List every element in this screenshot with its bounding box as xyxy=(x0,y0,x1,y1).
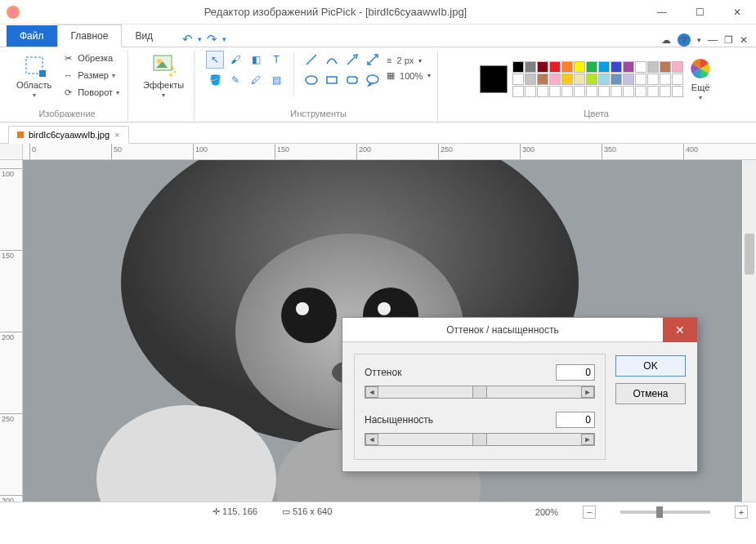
saturation-slider[interactable]: ◄ ► xyxy=(365,433,595,446)
zoom-out-button[interactable]: − xyxy=(583,506,596,519)
maximize-button[interactable]: ☐ xyxy=(681,0,718,25)
color-swatch[interactable] xyxy=(586,74,597,85)
tool-eraser[interactable]: ◧ xyxy=(247,51,265,69)
color-swatch[interactable] xyxy=(512,61,524,73)
color-swatch[interactable] xyxy=(525,74,536,85)
color-swatch[interactable] xyxy=(561,86,573,97)
tool-stamp[interactable]: ▤ xyxy=(267,71,285,89)
ribbon-min-icon[interactable]: — xyxy=(708,34,718,46)
more-colors-button[interactable]: Ещё ▾ xyxy=(688,56,713,101)
shape-roundrect[interactable] xyxy=(343,71,361,89)
help-drop-icon[interactable]: ▾ xyxy=(697,36,701,44)
color-swatch[interactable] xyxy=(537,86,548,97)
color-swatch[interactable] xyxy=(561,74,573,85)
color-swatch[interactable] xyxy=(623,74,634,85)
color-swatch[interactable] xyxy=(611,86,622,97)
color-swatch[interactable] xyxy=(574,74,585,85)
color-swatch[interactable] xyxy=(561,61,573,73)
scrollbar-thumb[interactable] xyxy=(745,234,754,274)
color-swatch[interactable] xyxy=(660,61,671,73)
color-swatch[interactable] xyxy=(672,86,683,97)
color-swatch[interactable] xyxy=(598,86,610,97)
rotate-button[interactable]: ⟳Поворот▾ xyxy=(60,85,121,100)
slider-right-icon[interactable]: ► xyxy=(581,386,594,398)
color-swatch[interactable] xyxy=(635,74,646,85)
color-swatch[interactable] xyxy=(549,86,561,97)
color-swatch[interactable] xyxy=(611,61,622,73)
help-icon[interactable]: ? xyxy=(678,33,691,47)
color-swatch[interactable] xyxy=(525,86,536,97)
ok-button[interactable]: OK xyxy=(615,355,686,377)
color-swatch[interactable] xyxy=(611,74,622,85)
ribbon-restore-icon[interactable]: ❐ xyxy=(724,34,733,46)
tab-home[interactable]: Главное xyxy=(57,25,123,47)
zoom-slider[interactable] xyxy=(620,511,710,514)
color-swatch[interactable] xyxy=(598,61,610,73)
tool-fill[interactable]: 🪣 xyxy=(206,71,224,89)
tab-view[interactable]: Вид xyxy=(122,25,166,47)
tab-file[interactable]: Файл xyxy=(7,25,57,47)
effects-button[interactable]: ✨ Эффекты ▾ xyxy=(140,51,187,100)
tool-pointer[interactable]: ↖ xyxy=(206,51,224,69)
color-swatch[interactable] xyxy=(586,61,597,73)
color-swatch[interactable] xyxy=(586,86,597,97)
redo-drop-icon[interactable]: ▾ xyxy=(222,35,226,43)
redo-icon[interactable]: ↷ xyxy=(207,32,217,47)
color-swatch[interactable] xyxy=(623,61,634,73)
color-swatch[interactable] xyxy=(512,86,524,97)
color-swatch[interactable] xyxy=(672,74,683,85)
tool-marker[interactable]: 🖊 xyxy=(247,71,265,89)
color-swatch[interactable] xyxy=(549,61,561,73)
tool-pencil[interactable]: ✎ xyxy=(226,71,244,89)
color-swatch[interactable] xyxy=(647,86,659,97)
color-swatch[interactable] xyxy=(537,74,548,85)
current-color[interactable] xyxy=(480,65,508,93)
undo-icon[interactable]: ↶ xyxy=(182,32,193,47)
color-swatch[interactable] xyxy=(512,74,524,85)
opacity-button[interactable]: ▦100%▾ xyxy=(387,70,431,81)
shape-ellipse[interactable] xyxy=(302,71,320,89)
slider-thumb[interactable] xyxy=(472,386,487,399)
resize-button[interactable]: ↔Размер▾ xyxy=(60,68,121,82)
color-swatch[interactable] xyxy=(660,86,671,97)
hue-input[interactable] xyxy=(556,364,595,381)
zoom-in-button[interactable]: + xyxy=(735,506,748,519)
color-swatch[interactable] xyxy=(549,74,561,85)
color-swatch[interactable] xyxy=(660,74,671,85)
hue-slider[interactable]: ◄ ► xyxy=(365,386,595,399)
color-swatch[interactable] xyxy=(537,61,548,73)
color-swatch[interactable] xyxy=(672,61,683,73)
slider-left-icon[interactable]: ◄ xyxy=(365,434,378,445)
undo-drop-icon[interactable]: ▾ xyxy=(198,35,202,43)
color-swatch[interactable] xyxy=(647,74,659,85)
color-swatch[interactable] xyxy=(574,61,585,73)
color-swatch[interactable] xyxy=(574,86,585,97)
cloud-icon[interactable]: ☁ xyxy=(661,34,671,46)
slider-thumb[interactable] xyxy=(472,433,487,446)
saturation-input[interactable] xyxy=(556,412,595,428)
tool-brush[interactable]: 🖌 xyxy=(226,51,244,69)
shape-double-arrow[interactable] xyxy=(364,51,382,69)
shape-curve[interactable] xyxy=(323,51,341,69)
dialog-close-button[interactable]: ✕ xyxy=(663,318,697,342)
slider-left-icon[interactable]: ◄ xyxy=(365,386,378,398)
shape-arrow[interactable] xyxy=(343,51,361,69)
shape-rect[interactable] xyxy=(323,71,341,89)
color-swatch[interactable] xyxy=(623,86,634,97)
close-button[interactable]: ✕ xyxy=(718,0,756,25)
scrollbar-vertical[interactable] xyxy=(743,160,756,502)
shape-callout[interactable] xyxy=(364,71,382,89)
slider-right-icon[interactable]: ► xyxy=(581,434,594,445)
select-button[interactable]: Область ▾ xyxy=(13,51,55,100)
color-swatch[interactable] xyxy=(635,86,646,97)
zoom-knob[interactable] xyxy=(656,506,663,518)
crop-button[interactable]: ✂Обрезка xyxy=(60,51,121,65)
color-swatch[interactable] xyxy=(647,61,659,73)
color-swatch[interactable] xyxy=(598,74,610,85)
ribbon-close-icon[interactable]: ✕ xyxy=(740,34,748,46)
color-swatch[interactable] xyxy=(525,61,536,73)
tool-text[interactable]: T xyxy=(267,51,285,69)
stroke-width-button[interactable]: ≡2 px▾ xyxy=(387,56,431,65)
cancel-button[interactable]: Отмена xyxy=(615,383,686,404)
file-tab[interactable]: birdIc6cyaawwIb.jpg × xyxy=(8,126,129,144)
